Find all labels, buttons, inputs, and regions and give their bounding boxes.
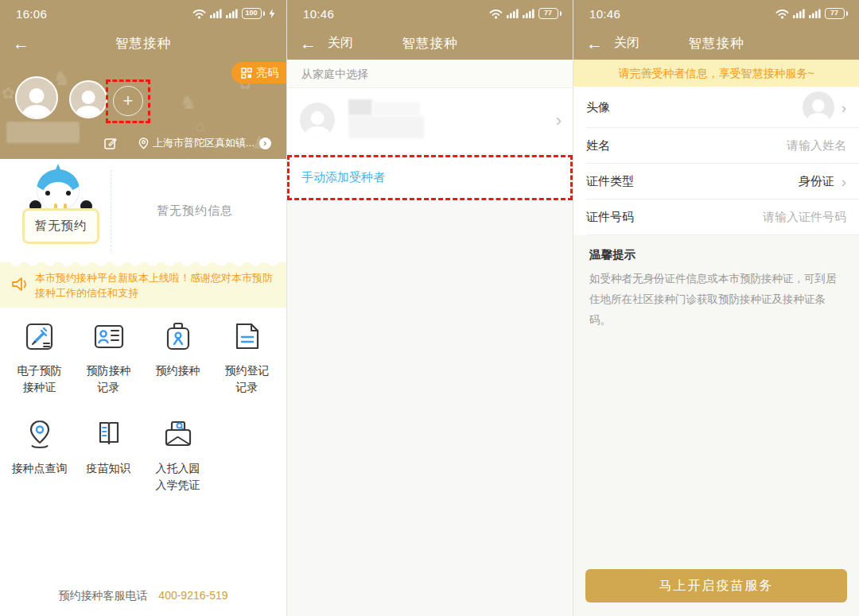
panel-home: 16:06 100 ← 智慧接种 ♞ ♞ ✿ ✿ ⌂ ♟ 亮码 (0, 0, 286, 616)
announcement-banner[interactable]: 本市预约接种平台新版本上线啦！感谢您对本市预防接种工作的信任和支持 (0, 262, 286, 308)
status-time: 10:46 (589, 7, 620, 21)
nav-bar: ← 智慧接种 (0, 27, 286, 60)
location-pin-icon (138, 138, 149, 149)
family-member-row[interactable]: › (287, 88, 573, 153)
book-icon (91, 416, 127, 451)
location-text: 上海市普陀区真如镇... (153, 136, 255, 150)
tips-body: 如受种者无身份证件信息或本市预防接种证，可到居住地所在社区接种门诊获取预防接种证… (589, 269, 843, 331)
envelope-cert-icon (160, 416, 196, 451)
charging-bolt-icon (269, 9, 275, 18)
battery-icon: 77 (825, 8, 845, 19)
signal-bars-icon (523, 9, 534, 18)
idnumber-input[interactable]: 请输入证件号码 (763, 210, 846, 225)
penguin-mascot (37, 169, 80, 211)
name-field-label: 姓名 (586, 138, 610, 153)
feature-e-cert[interactable]: 电子预防接种证 (7, 319, 72, 396)
feature-site-search[interactable]: 接种点查询 (7, 416, 72, 494)
feature-booking-record[interactable]: 预约登记记录 (215, 319, 280, 396)
decor-icon: ✿ (2, 83, 15, 103)
manual-add-recipient-link[interactable]: 手动添加受种者 (301, 170, 385, 185)
edit-icon (103, 136, 118, 150)
page-title: 智慧接种 (0, 35, 286, 52)
nav-bar: ← 关闭 智慧接种 (287, 27, 573, 60)
idnumber-field-label: 证件号码 (586, 210, 634, 225)
decor-icon: ♞ (180, 91, 197, 114)
speaker-icon (11, 276, 29, 293)
panel-recipient-form: 10:46 77 ← 关闭 智慧接种 请完善受种者信息，享受智慧接种服务~ 头像… (573, 0, 859, 616)
manual-add-recipient-row[interactable]: 手动添加受种者 (287, 155, 573, 200)
section-label: 从家庭中选择 (287, 60, 573, 88)
battery-icon: 77 (538, 8, 558, 19)
highlight-box (106, 79, 150, 123)
feature-book-vacc[interactable]: 预约接种 (146, 319, 211, 396)
nav-bar: ← 关闭 智慧接种 (573, 27, 859, 60)
no-appointment-sign: 暂无预约 (22, 208, 99, 244)
signal-bars-icon (210, 9, 222, 18)
screenshot-stage: 16:06 100 ← 智慧接种 ♞ ♞ ✿ ✿ ⌂ ♟ 亮码 (0, 0, 859, 616)
location-row[interactable]: 上海市普陀区真如镇... › (103, 134, 280, 153)
brighten-code-label: 亮码 (256, 66, 278, 80)
chevron-right-icon: › (556, 110, 562, 131)
tips-section: 温馨提示 如受种者无身份证件信息或本市预防接种证，可到居住地所在社区接种门诊获取… (573, 235, 859, 616)
name-field-row[interactable]: 姓名 请输入姓名 (573, 128, 859, 164)
service-phone-number[interactable]: 400-9216-519 (158, 589, 227, 602)
decor-icon: ⌂ (196, 117, 205, 135)
no-appointment-info-text: 暂无预约信息 (111, 159, 278, 262)
feature-grid: 电子预防接种证 预防接种记录 预约接种 预约登记记录 接种点查询 疫苗知识 (0, 319, 286, 494)
blurred-username (6, 122, 80, 143)
signal-bars-icon (226, 9, 238, 18)
doc-record-icon (229, 319, 266, 354)
page-title: 智慧接种 (287, 35, 573, 52)
status-time: 10:46 (303, 7, 334, 21)
map-pin-icon (21, 416, 58, 451)
wifi-icon (192, 9, 206, 19)
panel-choose-recipient: 10:46 77 ← 关闭 智慧接种 从家庭中选择 › 手动添加受种者 (286, 0, 573, 616)
blurred-name (372, 102, 420, 115)
idtype-value: 身份证 (799, 174, 834, 189)
battery-icon: 100 (242, 8, 262, 19)
bag-person-icon (160, 319, 196, 354)
status-bar: 10:46 77 (287, 0, 573, 27)
idtype-field-label: 证件类型 (586, 174, 634, 189)
page-title: 智慧接种 (573, 35, 859, 52)
idnumber-field-row[interactable]: 证件号码 请输入证件号码 (573, 200, 859, 235)
hero-section: ♞ ♞ ✿ ✿ ⌂ ♟ 亮码 + 上海市普陀区真如镇... › (0, 60, 286, 159)
idtype-field-row[interactable]: 证件类型 身份证 › (573, 164, 859, 200)
avatar-field-label: 头像 (586, 100, 610, 115)
qr-code-icon (241, 68, 252, 79)
chevron-right-icon: › (842, 174, 846, 189)
service-phone-row: 预约接种客服电话 400-9216-519 (0, 589, 286, 603)
avatar (803, 91, 834, 123)
service-phone-label: 预约接种客服电话 (58, 589, 147, 602)
blurred-name (348, 99, 372, 115)
info-banner: 请完善受种者信息，享受智慧接种服务~ (573, 60, 859, 87)
tips-title: 温馨提示 (589, 247, 843, 262)
avatar[interactable] (69, 80, 107, 118)
start-vaccine-service-button[interactable]: 马上开启疫苗服务 (585, 569, 847, 602)
feature-vaccine-knowledge[interactable]: 疫苗知识 (76, 416, 142, 494)
status-bar: 10:46 77 (573, 0, 859, 27)
name-input[interactable]: 请输入姓名 (787, 138, 846, 153)
status-time: 16:06 (16, 7, 47, 21)
feature-vacc-record[interactable]: 预防接种记录 (76, 319, 142, 396)
avatar-field-row[interactable]: 头像 › (573, 87, 859, 128)
brighten-code-button[interactable]: 亮码 (231, 62, 286, 83)
wifi-icon (489, 9, 503, 19)
id-card-icon (91, 319, 127, 354)
signal-bars-icon (793, 9, 805, 18)
chevron-right-icon[interactable]: › (259, 138, 271, 149)
wifi-icon (775, 9, 789, 19)
signal-bars-icon (809, 9, 821, 18)
chevron-right-icon: › (842, 100, 846, 115)
syringe-cert-icon (21, 319, 58, 354)
blurred-name (348, 116, 424, 138)
status-bar: 16:06 100 (0, 0, 286, 27)
appointment-card: 暂无预约 暂无预约信息 (8, 159, 278, 262)
avatar[interactable] (15, 76, 58, 119)
signal-bars-icon (507, 9, 519, 18)
feature-school-cert[interactable]: 入托入园入学凭证 (146, 416, 211, 494)
announcement-text: 本市预约接种平台新版本上线啦！感谢您对本市预防接种工作的信任和支持 (35, 270, 280, 300)
avatar (300, 103, 335, 138)
